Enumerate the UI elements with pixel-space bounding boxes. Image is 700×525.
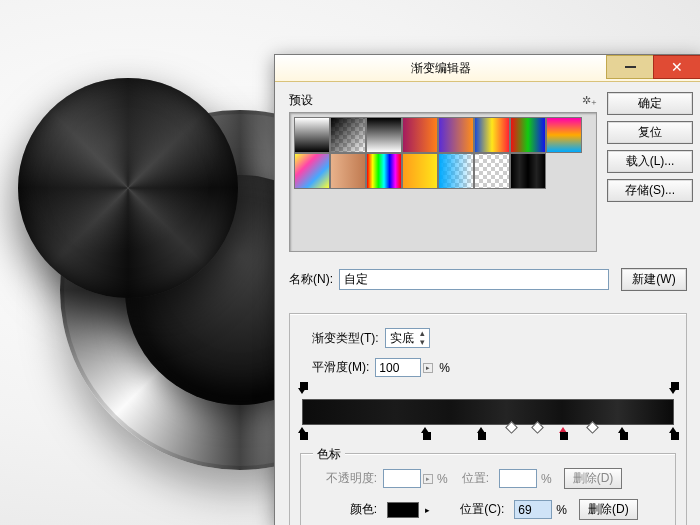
close-button[interactable]: ✕ bbox=[653, 55, 700, 79]
select-arrows-icon: ▴▾ bbox=[420, 329, 425, 347]
load-button[interactable]: 载入(L)... bbox=[607, 150, 693, 173]
color-stop[interactable] bbox=[618, 427, 627, 436]
preset-thumb[interactable] bbox=[510, 153, 546, 189]
type-label: 渐变类型(T): bbox=[312, 330, 379, 347]
spinner-icon[interactable]: ▸ bbox=[423, 363, 433, 373]
preset-thumb[interactable] bbox=[294, 153, 330, 189]
color-stop-active[interactable] bbox=[559, 427, 568, 436]
position1-field bbox=[499, 469, 537, 488]
name-input[interactable] bbox=[339, 269, 609, 290]
position1-label: 位置: bbox=[462, 470, 489, 487]
preset-thumb[interactable] bbox=[402, 153, 438, 189]
name-label: 名称(N): bbox=[289, 271, 333, 288]
preset-thumb[interactable] bbox=[438, 117, 474, 153]
delete-opacity-stop-button: 删除(D) bbox=[564, 468, 623, 489]
preset-thumb[interactable] bbox=[402, 117, 438, 153]
opacity-stops-track[interactable] bbox=[302, 387, 674, 399]
smoothness-field[interactable]: 100 bbox=[375, 358, 421, 377]
preset-thumb[interactable] bbox=[474, 117, 510, 153]
preset-thumb[interactable] bbox=[330, 117, 366, 153]
spinner-icon: ▸ bbox=[423, 474, 433, 484]
type-select[interactable]: 实底 ▴▾ bbox=[385, 328, 430, 348]
smoothness-label: 平滑度(M): bbox=[312, 359, 369, 376]
close-icon: ✕ bbox=[671, 59, 683, 75]
gradient-editor-dialog: 渐变编辑器 ✕ 预设 ✲₊ bbox=[274, 54, 700, 525]
opacity-stop[interactable] bbox=[669, 388, 678, 397]
chevron-down-icon[interactable]: ▸ bbox=[425, 505, 430, 515]
preset-thumb[interactable] bbox=[366, 117, 402, 153]
color-label: 颜色: bbox=[311, 501, 377, 518]
new-button[interactable]: 新建(W) bbox=[621, 268, 687, 291]
position2-field[interactable]: 69 bbox=[514, 500, 552, 519]
dialog-title: 渐变编辑器 bbox=[275, 60, 606, 77]
reset-button[interactable]: 复位 bbox=[607, 121, 693, 144]
save-button[interactable]: 存储(S)... bbox=[607, 179, 693, 202]
gradient-panel: 渐变类型(T): 实底 ▴▾ 平滑度(M): 100 ▸ % bbox=[289, 313, 687, 525]
preset-thumb[interactable] bbox=[366, 153, 402, 189]
percent-label: % bbox=[439, 361, 450, 375]
opacity-field bbox=[383, 469, 421, 488]
preset-thumb[interactable] bbox=[330, 153, 366, 189]
position2-label: 位置(C): bbox=[460, 501, 504, 518]
gradient-preview[interactable] bbox=[302, 399, 674, 425]
presets-box[interactable] bbox=[289, 112, 597, 252]
preset-thumb[interactable] bbox=[510, 117, 546, 153]
color-stop[interactable] bbox=[298, 427, 307, 436]
opacity-label: 不透明度: bbox=[311, 470, 377, 487]
delete-color-stop-button[interactable]: 删除(D) bbox=[579, 499, 638, 520]
presets-label: 预设 bbox=[289, 92, 313, 109]
preset-thumb[interactable] bbox=[294, 117, 330, 153]
background-knob-top bbox=[18, 78, 238, 298]
color-stop[interactable] bbox=[669, 427, 678, 436]
presets-menu-icon[interactable]: ✲₊ bbox=[582, 94, 597, 107]
stops-subpanel: 色标 不透明度: ▸ % 位置: % 删除(D) 颜色: bbox=[300, 453, 676, 525]
color-stop[interactable] bbox=[477, 427, 486, 436]
color-swatch[interactable] bbox=[387, 502, 419, 518]
preset-thumb[interactable] bbox=[438, 153, 474, 189]
preset-thumb[interactable] bbox=[474, 153, 510, 189]
minimize-icon bbox=[625, 66, 636, 68]
opacity-stop[interactable] bbox=[298, 388, 307, 397]
titlebar[interactable]: 渐变编辑器 ✕ bbox=[275, 55, 700, 82]
stops-panel-title: 色标 bbox=[313, 446, 345, 463]
color-stop[interactable] bbox=[421, 427, 430, 436]
ok-button[interactable]: 确定 bbox=[607, 92, 693, 115]
preset-thumb[interactable] bbox=[546, 117, 582, 153]
minimize-button[interactable] bbox=[606, 55, 653, 79]
color-stops-track[interactable] bbox=[302, 425, 674, 437]
